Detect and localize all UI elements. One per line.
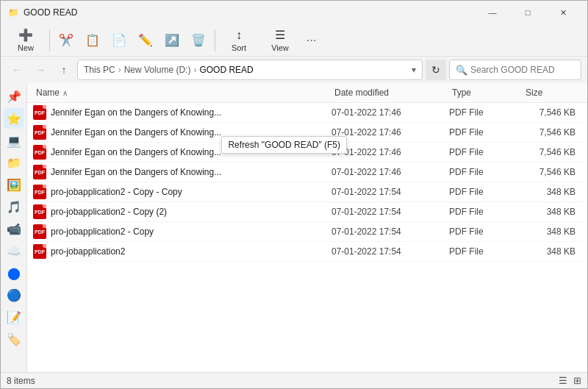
table-row[interactable]: PDF pro-jobapplication2 07-01-2022 17:54…: [27, 242, 587, 262]
file-type: PDF File: [449, 246, 523, 257]
address-bar: ← → ↑ This PC › New Volume (D:) › GOOD R…: [1, 57, 587, 83]
toolbar-separator-2: [215, 29, 215, 51]
sidebar-icon-tag[interactable]: 🏷️: [4, 329, 24, 349]
file-date: 07-01-2022 17:54: [331, 246, 449, 257]
file-date: 07-01-2022 17:46: [331, 127, 449, 138]
toolbar: ➕ New ✂️ 📋 📄 ✏️ ↗️ 🗑️ ↕️ Sort ☰ View ···: [1, 24, 587, 57]
new-button[interactable]: ➕ New: [7, 25, 45, 55]
up-button[interactable]: ↑: [54, 60, 74, 80]
search-input[interactable]: [470, 65, 575, 75]
file-size: 7,546 KB: [523, 127, 581, 138]
copy-button[interactable]: 📋: [81, 29, 104, 51]
main-area: 📌 ⭐ 💻 📁 🖼️ 🎵 📹 ☁️ ⬤ 🔵 📝 🏷️ Name ∧ Date m…: [1, 83, 587, 372]
table-row[interactable]: PDF pro-jobapplication2 - Copy (2) 07-01…: [27, 202, 587, 222]
title-bar-left: 📁 GOOD READ: [8, 7, 77, 18]
file-list-header: Name ∧ Date modified Type Size: [27, 83, 587, 103]
pdf-icon: PDF: [33, 105, 46, 120]
file-name-cell: PDF pro-jobapplication2 - Copy - Copy: [33, 185, 331, 199]
file-size: 348 KB: [523, 246, 581, 257]
file-size: 7,546 KB: [523, 147, 581, 157]
sort-icon: ↕️: [236, 29, 242, 42]
window-title: GOOD READ: [24, 7, 77, 18]
file-date: 07-01-2022 17:54: [331, 226, 449, 237]
sidebar-icon-cloud[interactable]: ☁️: [4, 240, 24, 261]
pdf-icon: PDF: [33, 244, 46, 259]
minimize-button[interactable]: —: [476, 1, 509, 24]
file-name-text: Jennifer Egan on the Dangers of Knowing.…: [51, 167, 221, 177]
toolbar-separator: [49, 29, 50, 51]
file-name-cell: PDF pro-jobapplication2 - Copy: [33, 224, 331, 239]
file-size: 348 KB: [523, 226, 581, 237]
sidebar-icon-dropbox[interactable]: ⬤: [4, 263, 24, 283]
rename-button[interactable]: ✏️: [134, 29, 157, 51]
crumb-newvolume[interactable]: New Volume (D:): [124, 65, 191, 75]
table-row[interactable]: PDF Jennifer Egan on the Dangers of Know…: [27, 163, 587, 182]
paste-button[interactable]: 📄: [107, 29, 131, 51]
sort-button[interactable]: ↕️ Sort: [220, 26, 258, 55]
file-name-text: Jennifer Egan on the Dangers of Knowing.…: [51, 127, 221, 138]
table-row[interactable]: PDF pro-jobapplication2 - Copy 07-01-202…: [27, 222, 587, 242]
grid-view-icon[interactable]: ⊞: [573, 375, 581, 386]
file-name-text: pro-jobapplication2 - Copy (2): [51, 207, 167, 217]
close-button[interactable]: ✕: [546, 1, 580, 24]
share-button[interactable]: ↗️: [160, 29, 184, 51]
file-name-text: pro-jobapplication2 - Copy - Copy: [51, 187, 182, 197]
table-row[interactable]: PDF pro-jobapplication2 - Copy - Copy 07…: [27, 182, 587, 202]
sidebar-icon-doc[interactable]: 📝: [4, 307, 24, 327]
file-date: 07-01-2022 17:46: [331, 147, 449, 157]
maximize-button[interactable]: □: [511, 1, 545, 24]
file-name-text: pro-jobapplication2 - Copy: [51, 226, 154, 237]
refresh-button[interactable]: ↻: [426, 60, 446, 80]
file-type: PDF File: [449, 187, 523, 197]
crumb-thispc[interactable]: This PC: [84, 65, 115, 75]
crumb-goodread[interactable]: GOOD READ: [199, 65, 253, 75]
back-button[interactable]: ←: [7, 60, 27, 80]
view-button[interactable]: ☰ View: [261, 25, 299, 55]
status-right: ☰ ⊞: [559, 375, 581, 386]
view-icon: ☰: [275, 28, 285, 42]
cut-button[interactable]: ✂️: [54, 29, 78, 51]
file-type: PDF File: [449, 147, 523, 157]
sidebar-icon-computer[interactable]: 💻: [4, 130, 24, 151]
file-date: 07-01-2022 17:54: [331, 207, 449, 217]
search-icon: 🔍: [456, 65, 467, 76]
sidebar-icon-onedrive[interactable]: 🔵: [4, 285, 24, 305]
col-name-header[interactable]: Name ∧: [33, 86, 331, 99]
file-name-cell: PDF pro-jobapplication2 - Copy (2): [33, 204, 331, 219]
col-date-header[interactable]: Date modified: [331, 86, 449, 99]
item-count: 8 items: [7, 376, 35, 386]
table-row[interactable]: PDF Jennifer Egan on the Dangers of Know…: [27, 103, 587, 123]
pdf-icon: PDF: [33, 204, 46, 219]
file-type: PDF File: [449, 107, 523, 118]
sort-arrow-icon: ∧: [62, 89, 68, 97]
sidebar-icon-video[interactable]: 📹: [4, 218, 24, 239]
file-area: Name ∧ Date modified Type Size PDF Jenni…: [27, 83, 587, 372]
pdf-icon: PDF: [33, 125, 46, 140]
sidebar-icon-images[interactable]: 🖼️: [4, 174, 24, 195]
delete-button[interactable]: 🗑️: [187, 29, 210, 51]
sidebar-icon-pin[interactable]: 📌: [4, 86, 24, 107]
pdf-icon: PDF: [33, 165, 46, 179]
refresh-wrapper: ↻ Refresh "GOOD READ" (F5): [426, 60, 446, 80]
search-box[interactable]: 🔍: [449, 60, 581, 80]
pdf-icon: PDF: [33, 185, 46, 199]
sidebar-icon-star[interactable]: ⭐: [4, 108, 24, 129]
list-view-icon[interactable]: ☰: [559, 375, 567, 386]
file-date: 07-01-2022 17:46: [331, 107, 449, 118]
more-button[interactable]: ···: [302, 29, 320, 51]
file-name-cell: PDF Jennifer Egan on the Dangers of Know…: [33, 165, 331, 179]
sidebar-icon-music[interactable]: 🎵: [4, 196, 24, 217]
sidebar-icon-folder[interactable]: 📁: [4, 152, 24, 173]
file-size: 348 KB: [523, 207, 581, 217]
forward-button[interactable]: →: [30, 60, 51, 80]
refresh-tooltip: Refresh "GOOD READ" (F5): [221, 136, 347, 154]
col-type-header[interactable]: Type: [449, 86, 523, 99]
window-icon: 📁: [8, 7, 19, 18]
file-name-cell: PDF pro-jobapplication2: [33, 244, 331, 259]
new-icon: ➕: [18, 28, 33, 42]
file-name-text: Jennifer Egan on the Dangers of Knowing.…: [51, 107, 221, 118]
file-name-text: Jennifer Egan on the Dangers of Knowing.…: [51, 147, 221, 157]
col-size-header[interactable]: Size: [523, 86, 581, 99]
address-path[interactable]: This PC › New Volume (D:) › GOOD READ ▾: [77, 60, 423, 80]
address-dropdown-icon[interactable]: ▾: [412, 65, 416, 75]
